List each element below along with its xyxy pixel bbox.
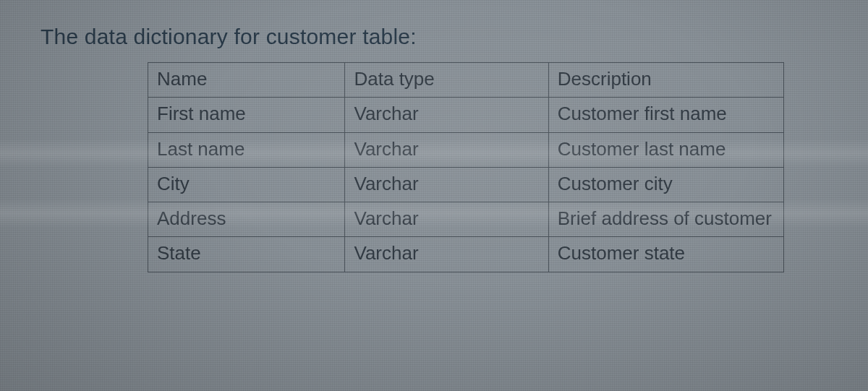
table-row: State Varchar Customer state bbox=[148, 237, 784, 272]
table-row: Last name Varchar Customer last name bbox=[148, 132, 784, 167]
cell-desc: Brief address of customer bbox=[548, 202, 783, 237]
cell-name: First name bbox=[148, 98, 345, 132]
cell-desc: Customer state bbox=[548, 237, 783, 272]
cell-name: Address bbox=[148, 202, 345, 237]
cell-type: Varchar bbox=[345, 202, 548, 237]
cell-name: State bbox=[148, 237, 345, 272]
table-row: Address Varchar Brief address of custome… bbox=[148, 202, 784, 237]
page-title: The data dictionary for customer table: bbox=[41, 25, 827, 49]
cell-name: Last name bbox=[148, 132, 345, 167]
col-header-type: Data type bbox=[345, 63, 548, 98]
cell-desc: Customer city bbox=[548, 167, 783, 202]
col-header-desc: Description bbox=[548, 63, 783, 98]
cell-type: Varchar bbox=[345, 98, 548, 132]
table-header-row: Name Data type Description bbox=[148, 63, 784, 98]
table-row: First name Varchar Customer first name bbox=[148, 98, 784, 132]
cell-name: City bbox=[148, 167, 345, 202]
cell-desc: Customer first name bbox=[548, 98, 783, 132]
cell-type: Varchar bbox=[345, 132, 548, 167]
cell-type: Varchar bbox=[345, 237, 548, 272]
table-row: City Varchar Customer city bbox=[148, 167, 784, 202]
cell-desc: Customer last name bbox=[548, 132, 783, 167]
data-dictionary-table: Name Data type Description First name Va… bbox=[148, 62, 784, 272]
data-dictionary-table-wrap: Name Data type Description First name Va… bbox=[148, 62, 784, 272]
cell-type: Varchar bbox=[345, 167, 548, 202]
col-header-name: Name bbox=[148, 63, 345, 98]
document: The data dictionary for customer table: … bbox=[0, 0, 868, 272]
